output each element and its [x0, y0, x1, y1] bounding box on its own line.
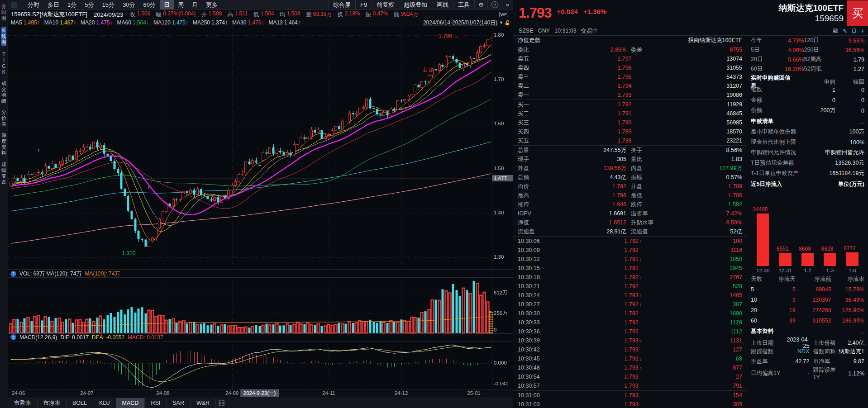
help-question-icon[interactable]: ? [10, 271, 16, 277]
indicator-tab-rsi[interactable]: RSI [145, 398, 167, 408]
ask-row-2[interactable]: 卖二1.79431207 [513, 81, 747, 90]
flow-table-col: 净流天 [769, 275, 796, 283]
period-tab-7[interactable]: 日 [160, 0, 174, 9]
bid-levels: 买一1.79211929买二1.79146845买三1.79056985买四1.… [513, 100, 747, 145]
period-tab-2[interactable]: 1分 [63, 0, 81, 9]
sidebar-item-char: C [2, 63, 6, 69]
basic-info-block: 基本资料...上市日期2023-04-25上市份额2.40亿跟踪指数NDX指数简… [751, 326, 864, 376]
sidebar-item-minute-chart[interactable]: 分时图 [1, 4, 6, 21]
redeem-more-link[interactable]: ... [860, 119, 864, 125]
ask-row-5[interactable]: 卖五1.79713074 [513, 54, 747, 63]
chevron-more-icon[interactable]: » [502, 0, 513, 9]
basic-value: NDX [783, 348, 810, 355]
edit-pencil-icon[interactable]: ✎ [843, 28, 848, 34]
indicator-tab-kdj[interactable]: KDJ [93, 398, 116, 408]
candlestick-chart-canvas[interactable] [8, 26, 513, 389]
indicator-tab-boll[interactable]: BOLL [67, 398, 93, 408]
basic-label: 跟踪指数 [751, 348, 783, 356]
period-tab-0[interactable]: 分时 [24, 0, 43, 9]
flow-bar-label: 1-3 [826, 268, 834, 275]
sale-row-13: 10:30:451.792↓68 [513, 354, 747, 363]
nav-fund-name[interactable]: 招商纳斯达克100ETF [688, 37, 742, 44]
date-range-label[interactable]: 2024/06/14-2025/01/07(140日) [423, 19, 497, 27]
sale-row-0: 10:30:061.792↑100 [513, 237, 747, 246]
lock-icon[interactable] [505, 20, 510, 26]
period-tab-4[interactable]: 15分 [98, 0, 118, 9]
sale-volume: 528 [670, 283, 742, 289]
indicator-tab-sar[interactable]: SAR [167, 398, 191, 408]
bid-row-2[interactable]: 买二1.79146845 [513, 109, 747, 118]
sale-volume: 305 [670, 401, 742, 408]
toolbar-button-5[interactable]: 工具 [453, 0, 474, 9]
add-to-watchlist-icon[interactable]: + [861, 28, 864, 34]
stat-row-3: 总额4.43亿振幅0.57% [513, 173, 747, 182]
toolbar-button-3[interactable]: 超级叠加 [399, 0, 432, 9]
basic-more-link[interactable]: ... [860, 328, 864, 335]
sidebar-item-char: 图 [1, 39, 6, 45]
period-tab-1[interactable]: 多日 [43, 0, 63, 9]
up-arrow-icon: ↑ [639, 293, 643, 298]
weibi-value: 2.86% [544, 47, 626, 53]
info-field-value-2: 1.508 [208, 10, 222, 18]
date-range-control[interactable]: 2024/06/14-2025/01/07(140日) ▼ [423, 19, 510, 27]
flow-bar-12-30: 3448512-30 [752, 206, 774, 275]
period-tab-5[interactable]: 30分 [119, 0, 139, 9]
sidebar-item-tick[interactable]: TICK [2, 52, 6, 75]
info-field-label-4: 低 [253, 10, 259, 19]
stat-value: 7.42% [660, 210, 742, 217]
period-tab-8[interactable]: 周 [174, 0, 188, 9]
sidebar-item-trade-detail[interactable]: 成交明细 [1, 81, 6, 104]
x-axis-bar: 24-0624-0724-0824-0924-1124-1225-012024-… [8, 389, 513, 398]
sidebar-item-price-volume-table[interactable]: 分价表 [1, 109, 6, 127]
x-axis-label-24-06: 24-06 [12, 390, 25, 396]
perf-label: 5日 [751, 46, 770, 54]
ask-row-4[interactable]: 卖四1.79631055 [513, 63, 747, 72]
period-tab-3[interactable]: 5分 [81, 0, 98, 9]
flow-bar [779, 253, 792, 266]
help-icon[interactable]: ? [487, 0, 502, 9]
toolbar-button-2[interactable]: 前复权 [372, 0, 399, 9]
flow-bar-value: 8772 [844, 245, 856, 251]
toolbar-button-0[interactable]: 综合屏 [328, 0, 355, 9]
bid-row-5[interactable]: 买五1.78823221 [513, 136, 747, 145]
sidebar-item-char: 表 [1, 121, 6, 127]
alert-bell-icon[interactable] [851, 28, 857, 34]
bid-row-1[interactable]: 买一1.79211929 [513, 100, 747, 109]
indicator-tab-[interactable]: 市盈率 [8, 398, 38, 408]
wp-badge-icon[interactable]: WP [499, 12, 509, 17]
sidebar-item-super-replay[interactable]: 超级复盘 [1, 161, 6, 185]
perf-value: 16.20% [770, 66, 804, 72]
indicator-tab-macd[interactable]: MACD [116, 398, 145, 408]
x-axis-label-24-11: 24-11 [322, 390, 335, 396]
indicator-tab-[interactable]: 市净率 [38, 398, 67, 408]
bid-row-4[interactable]: 买四1.78918570 [513, 127, 747, 136]
toolbar-button-4[interactable]: 画线 [432, 0, 453, 9]
period-tab-9[interactable]: 月 [188, 0, 202, 9]
sale-time: 10:30:27 [518, 301, 597, 308]
quote-stats: 总量247.55万换手8.56%现手305量比1.83外盘139.56万内盘10… [513, 145, 747, 236]
bid-row-3[interactable]: 买三1.79056985 [513, 118, 747, 127]
ask-row-3[interactable]: 卖三1.79554373 [513, 72, 747, 81]
ask-row-1[interactable]: 卖一1.79319086 [513, 90, 747, 100]
period-tab-6[interactable]: 60分 [139, 0, 159, 9]
flow-bar-value: 8551 [777, 246, 789, 252]
subscribe-header: 实时申购赎回信息申购赎回 [751, 74, 864, 85]
sidebar-item-depth-data[interactable]: 深度资料 [1, 133, 6, 156]
sidebar-item-kline-chart[interactable]: K线图 [1, 27, 6, 46]
redeem-label: T-1日单位申赎资产 [751, 170, 799, 177]
app-menu-icon[interactable] [11, 2, 17, 8]
flow-table-row-3: 6039310552186.99% [751, 315, 864, 326]
security-name: 纳斯达克100ETF [778, 3, 844, 13]
gear-icon[interactable]: ⚙ [474, 0, 487, 9]
toolbar-button-1[interactable]: F9 [355, 0, 372, 9]
ma-legend-ma30: MA301.476↑ [232, 19, 264, 26]
period-tab-10[interactable]: 更多 [202, 0, 222, 9]
stat-value: 247.55万 [544, 147, 626, 154]
flow-table-cell: 39 [769, 318, 796, 324]
grid-layout-icon[interactable] [216, 398, 227, 408]
subscribe-col2: 赎回 [835, 78, 864, 86]
redeem-label: 申购赎回允许情况 [751, 149, 796, 157]
dropdown-caret-icon[interactable]: ▼ [499, 20, 503, 25]
indicator-tab-wr[interactable]: W&R [191, 398, 216, 408]
buy-button[interactable]: 买 [847, 0, 868, 26]
